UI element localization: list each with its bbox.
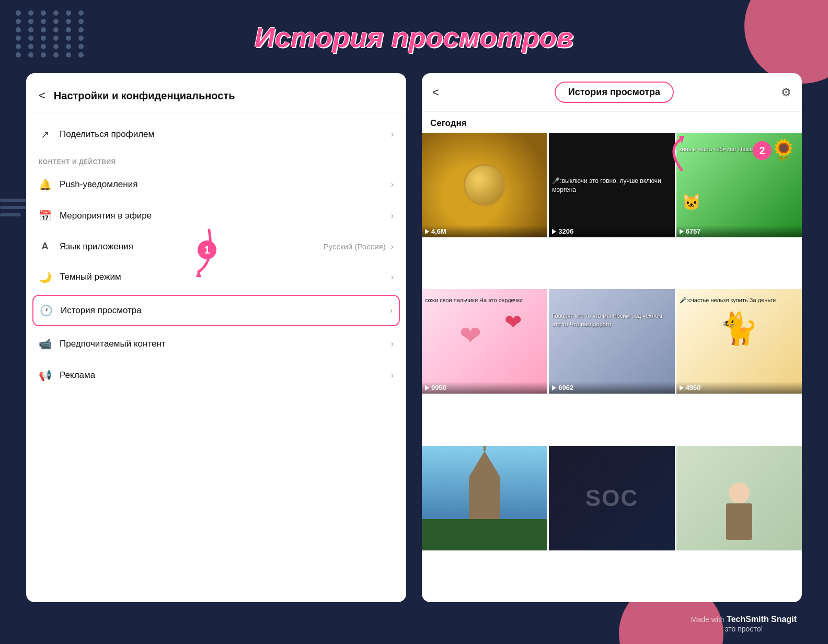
video-thumb-4[interactable]: ❤ ❤ сожи свои пальчики На это сердечки 9… — [422, 289, 547, 394]
gear-icon[interactable]: ⚙ — [781, 86, 791, 99]
play-icon — [680, 385, 684, 390]
bg-dots — [16, 10, 88, 58]
history-label: История просмотра — [61, 305, 142, 316]
settings-header: < Настройки и конфиденциальность — [26, 84, 406, 113]
language-label: Язык приложения — [60, 242, 133, 252]
video-thumb-6[interactable]: 🐈 🎤:счастье нельзя купить За деньги 4960 — [676, 289, 802, 394]
badge-2: 2 — [753, 141, 772, 160]
menu-item-push[interactable]: 🔔 Push-уведомления › — [26, 169, 406, 200]
history-title-pill: История просмотра — [555, 82, 674, 103]
settings-title: Настройки и конфиденциальность — [54, 90, 235, 102]
bg-circle-top-right — [744, 0, 828, 84]
back-button-right[interactable]: < — [432, 86, 439, 99]
menu-item-history[interactable]: 🕐 История просмотра › — [32, 295, 400, 326]
video-count-4: 9950 — [425, 384, 544, 392]
language-icon: A — [39, 241, 51, 252]
right-header: < История просмотра ⚙ — [422, 73, 802, 112]
video-grid: 4,6M 🎤:выключи это говно, лучше включи м… — [422, 133, 802, 602]
video-count-6: 4960 — [680, 384, 799, 392]
menu-item-content[interactable]: 📹 Предпочитаемый контент › — [26, 328, 406, 360]
dark-label: Темный режим — [60, 272, 121, 282]
video-text-5: Говорят что то что мы Носим под чехлом э… — [549, 310, 674, 330]
section-today: Сегодня — [422, 112, 802, 133]
history-panel: < История просмотра ⚙ Сегодня 4,6M — [422, 73, 802, 602]
badge-1: 1 — [198, 240, 216, 259]
menu-item-share[interactable]: ↗ Поделиться профилем › — [26, 119, 406, 150]
content-label: Предпочитаемый контент — [60, 339, 166, 349]
chevron-icon: › — [391, 180, 394, 189]
play-icon — [425, 229, 429, 234]
video-thumb-8[interactable]: SOC — [549, 446, 674, 550]
video-icon: 📹 — [39, 338, 51, 350]
video-thumb-1[interactable]: 4,6M — [422, 133, 547, 237]
bell-icon: 🔔 — [39, 178, 51, 191]
play-icon — [680, 229, 684, 234]
video-thumb-7[interactable] — [422, 446, 547, 550]
events-label: Мероприятия в эфире — [60, 211, 152, 221]
ads-icon: 📢 — [39, 369, 51, 382]
menu-item-ads[interactable]: 📢 Реклама › — [26, 360, 406, 391]
watermark: Made with TechSmith Snagit это просто! — [691, 615, 797, 634]
moon-icon: 🌙 — [39, 271, 51, 283]
share-icon: ↗ — [39, 128, 51, 141]
chevron-icon: › — [391, 272, 394, 282]
language-value: Русский (Россия) — [324, 242, 386, 251]
video-text-6: 🎤:счастье нельзя купить За деньги — [676, 294, 802, 306]
share-label: Поделиться профилем — [60, 129, 154, 140]
video-count-2: 3206 — [552, 227, 671, 235]
video-count-5: 6962 — [552, 384, 671, 392]
ads-label: Реклама — [60, 370, 95, 381]
video-count-1: 4,6M — [425, 227, 544, 235]
play-icon — [552, 229, 556, 234]
calendar-icon: 📅 — [39, 210, 51, 222]
chevron-icon: › — [390, 306, 393, 315]
chevron-icon: › — [391, 211, 394, 221]
video-thumb-9[interactable] — [676, 446, 802, 550]
chevron-icon: › — [391, 339, 394, 349]
push-label: Push-уведомления — [60, 179, 137, 190]
back-button[interactable]: < — [39, 89, 45, 102]
video-text-4: сожи свои пальчики На это сердечки — [422, 294, 547, 306]
play-icon — [552, 385, 556, 390]
page-title: История просмотров — [255, 21, 573, 53]
chevron-icon: › — [391, 242, 394, 251]
chevron-icon: › — [391, 371, 394, 380]
video-count-3: 6757 — [680, 227, 799, 235]
chevron-icon: › — [391, 130, 394, 139]
play-icon — [425, 385, 429, 390]
video-thumb-5[interactable]: Говорят что то что мы Носим под чехлом э… — [549, 289, 674, 394]
soc-text: SOC — [585, 485, 638, 511]
settings-panel: < Настройки и конфиденциальность ↗ Подел… — [26, 73, 406, 602]
clock-icon: 🕐 — [40, 304, 52, 317]
arrow-2 — [656, 128, 708, 180]
section-label-content: КОНТЕНТ И ДЕЙСТВИЯ — [26, 150, 406, 169]
